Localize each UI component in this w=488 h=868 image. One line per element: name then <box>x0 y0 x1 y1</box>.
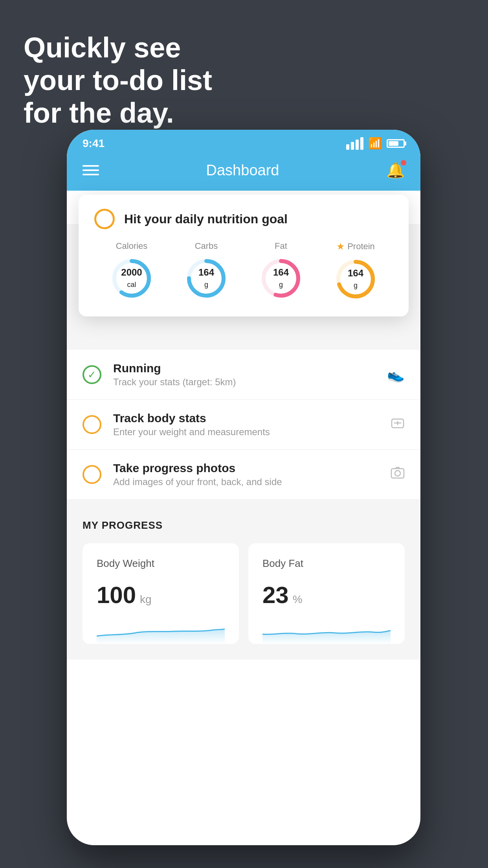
wifi-icon: 📶 <box>368 137 382 150</box>
signal-icon <box>346 137 363 150</box>
todo-item-running[interactable]: ✓ Running Track your stats (target: 5km)… <box>67 350 420 400</box>
calories-value: 2000cal <box>121 267 142 290</box>
body-fat-title: Body Fat <box>262 557 391 570</box>
fat-label: Fat <box>275 241 287 251</box>
app-headline: Quickly see your to-do list for the day. <box>24 31 212 129</box>
status-icons: 📶 <box>346 137 405 150</box>
carbs-ring: Carbs 164g <box>185 241 228 300</box>
phone-frame: 9:41 📶 Dashboard 🔔 THINGS TO DO TODAY <box>67 130 420 845</box>
fat-ring: Fat 164g <box>259 241 303 300</box>
progress-cards: Body Weight 100 kg <box>83 543 405 644</box>
todo-title-running: Running <box>113 362 375 375</box>
body-weight-card[interactable]: Body Weight 100 kg <box>83 543 239 644</box>
scale-icon <box>391 416 405 434</box>
nutrition-card[interactable]: Hit your daily nutrition goal Calories 2… <box>79 195 409 316</box>
notification-bell[interactable]: 🔔 <box>386 162 405 179</box>
protein-ring: ★ Protein 164g <box>334 241 377 301</box>
protein-ring-container: 164g <box>334 257 377 301</box>
body-fat-chart <box>262 620 391 644</box>
todo-title-body-stats: Track body stats <box>113 412 379 425</box>
calories-ring-container: 2000cal <box>110 257 153 300</box>
body-weight-value-row: 100 kg <box>97 581 225 609</box>
carbs-value: 164g <box>198 267 214 290</box>
todo-circle-body-stats <box>83 415 101 434</box>
headline-line3: for the day. <box>24 97 174 129</box>
my-progress-section: MY PROGRESS Body Weight 100 kg <box>67 500 420 660</box>
carbs-ring-container: 164g <box>185 257 228 300</box>
battery-icon <box>387 139 405 148</box>
notification-dot <box>401 160 406 166</box>
body-fat-unit: % <box>293 593 303 606</box>
photo-icon <box>391 466 405 484</box>
protein-value: 164g <box>348 268 363 291</box>
todo-text-running: Running Track your stats (target: 5km) <box>113 362 375 388</box>
protein-label-row: ★ Protein <box>336 241 375 252</box>
nutrition-rings: Calories 2000cal Carbs <box>94 241 393 301</box>
body-weight-title: Body Weight <box>97 557 225 570</box>
todo-item-photos[interactable]: Take progress photos Add images of your … <box>67 450 420 500</box>
body-fat-card[interactable]: Body Fat 23 % <box>248 543 405 644</box>
fat-ring-container: 164g <box>259 257 303 300</box>
protein-label: Protein <box>347 241 375 252</box>
headline-line1: Quickly see <box>24 32 181 63</box>
todo-check-running: ✓ <box>83 365 101 384</box>
status-bar: 9:41 📶 <box>67 130 420 154</box>
body-fat-value-row: 23 % <box>262 581 391 609</box>
my-progress-title: MY PROGRESS <box>83 519 405 531</box>
protein-star: ★ <box>336 241 345 252</box>
hamburger-menu[interactable] <box>83 165 99 175</box>
todo-title-photos: Take progress photos <box>113 462 379 475</box>
header-title: Dashboard <box>206 162 279 179</box>
todo-subtitle-photos: Add images of your front, back, and side <box>113 476 379 487</box>
todo-list: ✓ Running Track your stats (target: 5km)… <box>67 350 420 500</box>
nutrition-check-circle <box>94 209 115 229</box>
calories-label: Calories <box>116 241 148 251</box>
carbs-label: Carbs <box>195 241 218 251</box>
svg-rect-9 <box>391 469 404 478</box>
todo-circle-photos <box>83 465 101 484</box>
nutrition-title: Hit your daily nutrition goal <box>124 212 288 226</box>
calories-ring: Calories 2000cal <box>110 241 153 300</box>
headline-line2: your to-do list <box>24 64 212 96</box>
fat-value: 164g <box>273 267 289 290</box>
body-fat-number: 23 <box>262 581 289 609</box>
todo-subtitle-running: Track your stats (target: 5km) <box>113 377 375 388</box>
todo-text-photos: Take progress photos Add images of your … <box>113 462 379 487</box>
svg-point-10 <box>395 471 400 476</box>
todo-text-body-stats: Track body stats Enter your weight and m… <box>113 412 379 438</box>
body-weight-chart <box>97 620 225 644</box>
running-icon: 👟 <box>387 366 405 383</box>
app-header: Dashboard 🔔 <box>67 154 420 191</box>
todo-subtitle-body-stats: Enter your weight and measurements <box>113 427 379 438</box>
status-time: 9:41 <box>83 137 105 150</box>
app-content: THINGS TO DO TODAY Hit your daily nutrit… <box>67 191 420 660</box>
todo-item-body-stats[interactable]: Track body stats Enter your weight and m… <box>67 400 420 450</box>
body-weight-number: 100 <box>97 581 136 609</box>
body-weight-unit: kg <box>140 593 152 606</box>
